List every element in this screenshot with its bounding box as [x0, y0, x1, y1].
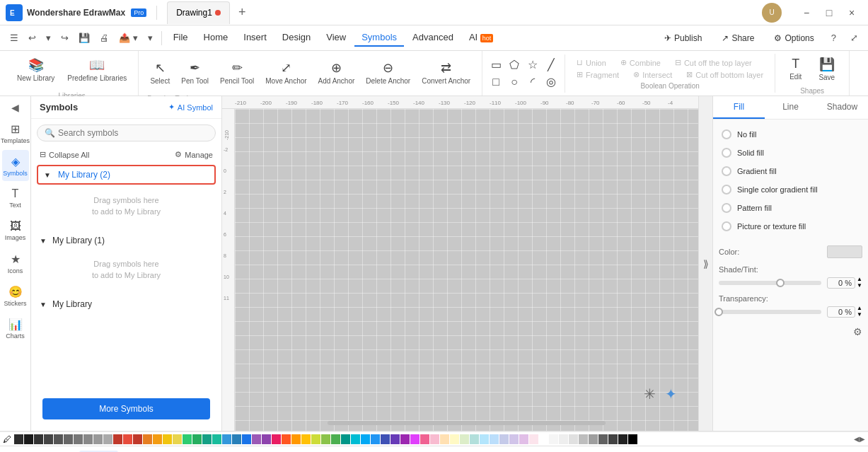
- pen-tool-btn[interactable]: ✒ Pen Tool: [175, 54, 214, 92]
- add-page-btn[interactable]: +: [59, 449, 74, 452]
- color-cell[interactable]: [331, 434, 340, 444]
- redo-btn[interactable]: ↪: [57, 30, 73, 45]
- color-cell[interactable]: [83, 434, 93, 444]
- color-cell[interactable]: [311, 434, 320, 444]
- transparency-down-btn[interactable]: ▼: [857, 312, 862, 318]
- color-cell[interactable]: [351, 434, 360, 444]
- scroll-handle-h[interactable]: [328, 421, 606, 425]
- color-cell[interactable]: [133, 434, 142, 444]
- tab-shadow[interactable]: Shadow: [816, 96, 868, 119]
- color-cell[interactable]: [24, 434, 33, 444]
- color-cell[interactable]: [410, 434, 419, 444]
- save-quick-btn[interactable]: 💾: [74, 30, 94, 45]
- color-cell[interactable]: [143, 434, 152, 444]
- publish-btn[interactable]: ✈ Publish: [657, 30, 709, 46]
- color-cell[interactable]: [34, 434, 43, 444]
- color-cell[interactable]: [569, 434, 578, 444]
- color-cell[interactable]: [93, 434, 103, 444]
- tab-fill[interactable]: Fill: [713, 96, 765, 119]
- arc-shape[interactable]: ◜: [525, 74, 540, 90]
- intersect-btn[interactable]: ⊗ Intersect: [627, 69, 678, 81]
- add-anchor-btn[interactable]: ⊕ Add Anchor: [313, 54, 361, 92]
- transparency-slider[interactable]: [719, 310, 821, 314]
- color-cell[interactable]: [480, 434, 489, 444]
- pattern-fill-radio[interactable]: [722, 203, 731, 213]
- gradient-fill-option[interactable]: Gradient fill: [719, 162, 862, 180]
- color-cell[interactable]: [341, 434, 350, 444]
- single-color-gradient-option[interactable]: Single color gradient fill: [719, 180, 862, 199]
- solid-fill-radio[interactable]: [722, 148, 731, 158]
- undo-dropdown[interactable]: ▾: [42, 30, 55, 45]
- line-shape[interactable]: ╱: [543, 57, 559, 73]
- color-cell[interactable]: [579, 434, 588, 444]
- color-cell[interactable]: [608, 434, 618, 444]
- library3-header[interactable]: ▼ My Library: [31, 296, 221, 312]
- sidebar-item-charts[interactable]: 📊 Charts: [2, 313, 29, 344]
- color-cell[interactable]: [212, 434, 221, 444]
- sidebar-item-templates[interactable]: ⊞ Templates: [2, 117, 29, 149]
- menu-view[interactable]: View: [319, 29, 353, 47]
- library1-name-input[interactable]: [54, 168, 209, 181]
- solid-fill-option[interactable]: Solid fill: [719, 144, 862, 162]
- color-cell[interactable]: [192, 434, 202, 444]
- color-cell[interactable]: [262, 434, 271, 444]
- combine-btn[interactable]: ⊕ Combine: [615, 57, 666, 69]
- color-cell[interactable]: [400, 434, 410, 444]
- ai-symbol-btn[interactable]: ✦ AI Symbol: [168, 103, 213, 112]
- color-cell[interactable]: [173, 434, 182, 444]
- color-cell[interactable]: [153, 434, 162, 444]
- sidebar-item-stickers[interactable]: 😊 Stickers: [2, 280, 29, 311]
- add-tab-btn[interactable]: +: [234, 5, 250, 20]
- color-cell[interactable]: [321, 434, 330, 444]
- options-btn[interactable]: ⚙ Options: [767, 30, 821, 46]
- menu-design[interactable]: Design: [275, 29, 318, 47]
- menu-symbols[interactable]: Symbols: [354, 29, 404, 47]
- no-fill-option[interactable]: No fill: [719, 125, 862, 144]
- color-cell[interactable]: [252, 434, 261, 444]
- color-cell[interactable]: [430, 434, 439, 444]
- library2-header[interactable]: ▼ My Library (1): [31, 233, 221, 248]
- edit-btn[interactable]: T Edit: [784, 54, 807, 84]
- color-swatch[interactable]: [827, 245, 862, 258]
- transparency-up-btn[interactable]: ▲: [857, 306, 862, 311]
- color-cell[interactable]: [183, 434, 192, 444]
- canvas-grid[interactable]: [235, 109, 698, 431]
- strip-scroll-left[interactable]: ◀: [854, 435, 860, 443]
- color-cell[interactable]: [470, 434, 479, 444]
- help-btn[interactable]: ?: [827, 30, 840, 45]
- pattern-fill-option[interactable]: Pattern fill: [719, 199, 862, 217]
- color-cell[interactable]: [371, 434, 380, 444]
- undo-btn[interactable]: ↩: [24, 30, 40, 45]
- menu-file[interactable]: File: [166, 29, 195, 47]
- menu-collapse-btn[interactable]: ☰: [6, 30, 23, 45]
- convert-anchor-btn[interactable]: ⇄ Convert Anchor: [416, 54, 476, 92]
- search-input[interactable]: [58, 128, 208, 138]
- sidebar-item-symbols[interactable]: ◈ Symbols: [2, 150, 29, 181]
- more-btn[interactable]: ▾: [144, 30, 157, 45]
- sidebar-item-icons[interactable]: ★ Icons: [2, 248, 29, 279]
- color-cell[interactable]: [390, 434, 400, 444]
- color-cell[interactable]: [618, 434, 627, 444]
- transparency-thumb[interactable]: [714, 308, 723, 316]
- color-cell[interactable]: [381, 434, 390, 444]
- maximize-btn[interactable]: □: [818, 4, 840, 21]
- strip-scroll-right[interactable]: ▶: [860, 435, 865, 443]
- sparkle-icon2[interactable]: ✦: [665, 386, 677, 402]
- color-cell[interactable]: [589, 434, 598, 444]
- color-cell[interactable]: [64, 434, 73, 444]
- color-cell[interactable]: [509, 434, 519, 444]
- more-symbols-btn[interactable]: More Symbols: [42, 398, 210, 419]
- color-cell[interactable]: [44, 434, 53, 444]
- color-cell[interactable]: [559, 434, 568, 444]
- no-fill-radio[interactable]: [722, 129, 731, 139]
- sidebar-item-images[interactable]: 🖼 Images: [2, 215, 29, 246]
- sidebar-item-text[interactable]: T Text: [2, 182, 29, 214]
- delete-anchor-btn[interactable]: ⊖ Delete Anchor: [360, 54, 416, 92]
- color-cell[interactable]: [549, 434, 558, 444]
- rect-shape[interactable]: ▭: [488, 57, 504, 73]
- minimize-btn[interactable]: −: [796, 4, 817, 21]
- select-tool-btn[interactable]: ↖ Select: [144, 54, 175, 92]
- new-library-btn[interactable]: 📚 New Library: [11, 51, 60, 89]
- export-btn[interactable]: 📤 ▾: [115, 30, 142, 45]
- menu-ai[interactable]: AI hot: [462, 29, 500, 47]
